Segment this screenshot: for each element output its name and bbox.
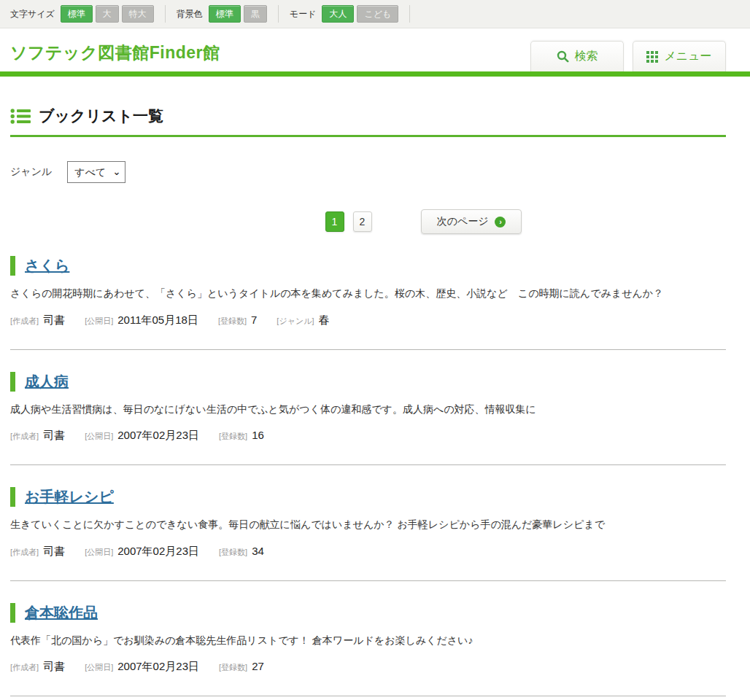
meta-value: 2011年05月18日: [117, 314, 198, 327]
meta-pair: [登録数]16: [219, 429, 264, 442]
toolbar-separator: [278, 5, 279, 23]
book-description: 成人病や生活習慣病は、毎日のなにげない生活の中でふと気がつく体の違和感です。成人…: [10, 402, 726, 417]
meta-label: [作成者]: [10, 662, 39, 673]
next-page-button[interactable]: 次のページ ›: [421, 209, 522, 234]
font-size-option-1[interactable]: 大: [96, 5, 119, 23]
page-title-row: ブックリスト一覧: [10, 106, 726, 137]
site-title[interactable]: ソフテック図書館Finder館: [10, 42, 220, 64]
meta-value: 司書: [43, 314, 65, 327]
meta-label: [作成者]: [10, 547, 39, 558]
meta-label: [公開日]: [85, 662, 113, 673]
meta-value: 春: [319, 314, 330, 327]
meta-label: [作成者]: [10, 431, 39, 442]
meta-pair: [公開日]2007年02月23日: [85, 429, 199, 443]
mode-label: モード: [290, 8, 317, 20]
meta-pair: [登録数]27: [219, 660, 264, 673]
book-meta-row: [作成者]司書[公開日]2007年02月23日[登録数]34: [10, 545, 726, 559]
menu-button[interactable]: メニュー: [633, 41, 726, 71]
font-size-option-2[interactable]: 特大: [122, 5, 154, 23]
meta-value: 2007年02月23日: [117, 545, 199, 559]
list-icon: [10, 108, 31, 125]
meta-value: 2007年02月23日: [117, 660, 199, 674]
genre-filter-row: ジャンル すべて ⌄: [10, 161, 726, 183]
book-title-row: さくら: [10, 256, 726, 276]
background-color-option-0[interactable]: 標準: [209, 5, 241, 23]
book-meta-row: [作成者]司書[公開日]2011年05月18日[登録数]7[ジャンル]春: [10, 314, 726, 327]
book-meta-row: [作成者]司書[公開日]2007年02月23日[登録数]27: [10, 660, 726, 674]
book-title-link[interactable]: さくら: [25, 256, 69, 276]
title-accent-bar: [10, 603, 15, 623]
genre-select[interactable]: すべて: [67, 161, 125, 183]
meta-label: [登録数]: [219, 431, 247, 442]
book-meta-row: [作成者]司書[公開日]2007年02月23日[登録数]16: [10, 429, 726, 443]
book-title-link[interactable]: 倉本聡作品: [25, 603, 98, 623]
search-icon: [557, 50, 569, 63]
pagination: 12 次のページ ›: [66, 209, 750, 234]
book-title-row: お手軽レシピ: [10, 487, 726, 507]
meta-pair: [作成者]司書: [10, 660, 65, 674]
mode-option-1[interactable]: こども: [357, 5, 398, 23]
font-size-label: 文字サイズ: [10, 8, 55, 20]
meta-value: 34: [252, 545, 264, 557]
genre-filter-label: ジャンル: [10, 166, 52, 179]
next-page-label: 次のページ: [437, 215, 489, 228]
meta-pair: [公開日]2007年02月23日: [85, 545, 199, 559]
book-description: 生きていくことに欠かすことのできない食事。毎日の献立に悩んではいませんか？ お手…: [10, 518, 726, 532]
title-accent-bar: [10, 372, 15, 392]
meta-pair: [作成者]司書: [10, 545, 65, 559]
meta-label: [登録数]: [218, 316, 247, 327]
meta-pair: [ジャンル]春: [277, 314, 329, 327]
meta-value: 司書: [43, 429, 65, 443]
meta-label: [公開日]: [85, 547, 113, 558]
book-entry: お手軽レシピ生きていくことに欠かすことのできない食事。毎日の献立に悩んではいませ…: [10, 465, 726, 580]
arrow-right-icon: ›: [495, 217, 506, 228]
background-color-option-1[interactable]: 黒: [244, 5, 267, 23]
page-button-1[interactable]: 1: [325, 211, 344, 232]
book-description: さくらの開花時期にあわせて、「さくら」というタイトルの本を集めてみました。桜の木…: [10, 287, 726, 301]
book-entry: 成人病成人病や生活習慣病は、毎日のなにげない生活の中でふと気がつく体の違和感です…: [10, 350, 726, 465]
header-accent-bar: [0, 71, 750, 77]
book-title-link[interactable]: 成人病: [25, 372, 69, 392]
title-accent-bar: [10, 487, 15, 507]
meta-label: [公開日]: [85, 316, 113, 327]
accessibility-toolbar: 文字サイズ標準大特大背景色標準黒モード大人こども: [0, 0, 750, 28]
meta-pair: [作成者]司書: [10, 314, 65, 327]
menu-grid-icon: [646, 51, 658, 63]
meta-value: 7: [251, 314, 257, 326]
meta-value: 27: [252, 660, 264, 672]
meta-label: [登録数]: [219, 547, 247, 558]
meta-value: 司書: [43, 660, 65, 674]
main-content: ブックリスト一覧 ジャンル すべて ⌄ 12 次のページ › さくらさくらの開花…: [10, 106, 726, 696]
book-title-row: 成人病: [10, 372, 726, 392]
page-title: ブックリスト一覧: [39, 106, 163, 126]
header-buttons: 検索 メニュー: [530, 41, 726, 71]
meta-value: 16: [252, 429, 264, 441]
book-title-link[interactable]: お手軽レシピ: [25, 487, 114, 507]
meta-pair: [公開日]2007年02月23日: [85, 660, 199, 674]
entry-divider: [10, 696, 726, 696]
search-button-label: 検索: [575, 49, 598, 64]
background-color-label: 背景色: [177, 8, 203, 20]
book-list: さくらさくらの開花時期にあわせて、「さくら」というタイトルの本を集めてみました。…: [10, 234, 726, 696]
genre-select-wrap: すべて ⌄: [67, 161, 125, 183]
meta-pair: [登録数]7: [218, 314, 257, 327]
search-button[interactable]: 検索: [530, 41, 624, 71]
meta-value: 司書: [43, 545, 65, 559]
book-title-row: 倉本聡作品: [10, 603, 726, 623]
book-description: 代表作「北の国から」でお馴染みの倉本聡先生作品リストです！ 倉本ワールドをお楽し…: [10, 634, 726, 648]
meta-pair: [登録数]34: [219, 545, 264, 558]
meta-pair: [作成者]司書: [10, 429, 65, 443]
toolbar-separator: [165, 5, 166, 23]
meta-label: [ジャンル]: [277, 316, 314, 327]
title-accent-bar: [10, 256, 15, 276]
meta-value: 2007年02月23日: [117, 429, 199, 443]
menu-button-label: メニュー: [664, 49, 711, 64]
font-size-option-0[interactable]: 標準: [61, 5, 93, 23]
book-entry: 倉本聡作品代表作「北の国から」でお馴染みの倉本聡先生作品リストです！ 倉本ワール…: [10, 581, 726, 696]
page-button-2[interactable]: 2: [353, 211, 372, 232]
meta-label: [登録数]: [219, 662, 247, 673]
site-header: ソフテック図書館Finder館 検索 メニュー: [0, 28, 750, 71]
meta-label: [公開日]: [85, 431, 113, 442]
mode-option-0[interactable]: 大人: [322, 5, 354, 23]
book-entry: さくらさくらの開花時期にあわせて、「さくら」というタイトルの本を集めてみました。…: [10, 234, 726, 349]
